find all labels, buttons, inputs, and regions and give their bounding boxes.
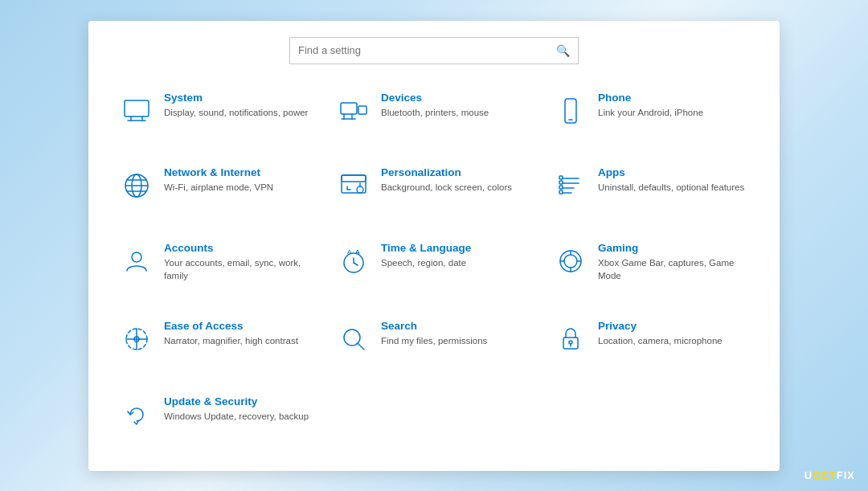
network-title: Network & Internet xyxy=(164,166,273,178)
time-desc: Speech, region, date xyxy=(381,256,471,269)
search-input[interactable] xyxy=(298,44,556,56)
svg-rect-27 xyxy=(559,190,563,194)
svg-text:A: A xyxy=(347,248,352,256)
time-text: Time & Language Speech, region, date xyxy=(381,242,471,269)
setting-item-apps[interactable]: Apps Uninstall, defaults, optional featu… xyxy=(547,158,755,226)
search-title: Search xyxy=(381,320,487,332)
devices-text: Devices Bluetooth, printers, mouse xyxy=(381,92,489,119)
svg-rect-26 xyxy=(559,186,563,189)
accounts-icon xyxy=(119,243,154,279)
apps-text: Apps Uninstall, defaults, optional featu… xyxy=(598,166,744,194)
setting-item-personalization[interactable]: Personalization Background, lock screen,… xyxy=(330,158,538,226)
settings-window: 🔍 System Display, sound, notifications, … xyxy=(88,21,780,471)
accounts-text: Accounts Your accounts, email, sync, wor… xyxy=(164,242,315,282)
phone-icon xyxy=(553,93,588,129)
apps-title: Apps xyxy=(598,166,744,178)
search-icon xyxy=(336,321,371,357)
svg-rect-4 xyxy=(341,103,357,114)
svg-point-35 xyxy=(564,255,577,268)
system-title: System xyxy=(164,92,308,104)
personalization-title: Personalization xyxy=(381,166,512,178)
ease-text: Ease of Access Narrator, magnifier, high… xyxy=(164,320,298,347)
network-icon xyxy=(119,168,154,203)
setting-item-search[interactable]: Search Find my files, permissions xyxy=(330,312,538,379)
watermark-fix: FIX xyxy=(837,469,855,481)
ease-icon xyxy=(119,321,154,357)
setting-item-privacy[interactable]: Privacy Location, camera, microphone xyxy=(547,312,755,379)
system-text: System Display, sound, notifications, po… xyxy=(164,92,308,119)
accounts-desc: Your accounts, email, sync, work, family xyxy=(164,256,315,282)
devices-title: Devices xyxy=(381,92,489,104)
watermark-u: U xyxy=(805,469,813,481)
svg-rect-17 xyxy=(342,175,366,182)
svg-point-18 xyxy=(357,186,363,193)
apps-icon xyxy=(553,168,588,203)
update-text: Update & Security Windows Update, recove… xyxy=(164,395,309,423)
watermark-get: GET xyxy=(813,469,837,481)
setting-item-accounts[interactable]: Accounts Your accounts, email, sync, wor… xyxy=(113,234,321,305)
svg-line-45 xyxy=(358,343,364,350)
devices-icon xyxy=(336,93,371,129)
svg-rect-5 xyxy=(358,106,366,114)
gaming-icon xyxy=(553,243,588,279)
svg-point-28 xyxy=(132,252,141,262)
setting-item-network[interactable]: Network & Internet Wi-Fi, airplane mode,… xyxy=(113,158,321,226)
ease-desc: Narrator, magnifier, high contrast xyxy=(164,334,298,347)
personalization-icon xyxy=(336,168,371,203)
svg-rect-16 xyxy=(342,175,366,193)
update-desc: Windows Update, recovery, backup xyxy=(164,410,309,423)
privacy-title: Privacy xyxy=(598,320,723,332)
setting-item-devices[interactable]: Devices Bluetooth, printers, mouse xyxy=(330,84,538,151)
setting-item-gaming[interactable]: Gaming Xbox Game Bar, captures, Game Mod… xyxy=(547,234,755,305)
phone-title: Phone xyxy=(598,92,703,104)
ease-title: Ease of Access xyxy=(164,320,298,332)
phone-text: Phone Link your Android, iPhone xyxy=(598,92,703,119)
privacy-desc: Location, camera, microphone xyxy=(598,334,723,347)
svg-line-31 xyxy=(354,263,358,265)
setting-item-phone[interactable]: Phone Link your Android, iPhone xyxy=(547,84,755,151)
svg-rect-24 xyxy=(559,176,563,179)
search-icon: 🔍 xyxy=(556,44,570,57)
devices-desc: Bluetooth, printers, mouse xyxy=(381,106,489,119)
update-title: Update & Security xyxy=(164,395,309,407)
search-desc: Find my files, permissions xyxy=(381,334,487,347)
search-bar[interactable]: 🔍 xyxy=(289,37,579,64)
privacy-icon xyxy=(553,321,588,357)
svg-text:A: A xyxy=(355,248,360,256)
settings-grid: System Display, sound, notifications, po… xyxy=(113,84,755,455)
network-desc: Wi-Fi, airplane mode, VPN xyxy=(164,181,273,194)
setting-item-system[interactable]: System Display, sound, notifications, po… xyxy=(113,84,321,151)
phone-desc: Link your Android, iPhone xyxy=(598,106,703,119)
personalization-desc: Background, lock screen, colors xyxy=(381,181,512,194)
svg-rect-46 xyxy=(563,338,578,349)
setting-item-update[interactable]: Update & Security Windows Update, recove… xyxy=(113,387,321,455)
accounts-title: Accounts xyxy=(164,242,315,254)
svg-rect-0 xyxy=(125,100,149,117)
gaming-text: Gaming Xbox Game Bar, captures, Game Mod… xyxy=(598,242,749,282)
setting-item-ease[interactable]: Ease of Access Narrator, magnifier, high… xyxy=(113,312,321,379)
time-icon: AA xyxy=(336,243,371,279)
network-text: Network & Internet Wi-Fi, airplane mode,… xyxy=(164,166,273,194)
svg-rect-25 xyxy=(559,181,563,184)
gaming-title: Gaming xyxy=(598,242,749,254)
search-container: 🔍 xyxy=(113,37,755,64)
watermark: UGETFIX xyxy=(805,469,855,481)
system-icon xyxy=(119,93,154,129)
gaming-desc: Xbox Game Bar, captures, Game Mode xyxy=(598,256,749,282)
time-title: Time & Language xyxy=(381,242,471,254)
setting-item-time[interactable]: AA Time & Language Speech, region, date xyxy=(330,234,538,305)
search-text: Search Find my files, permissions xyxy=(381,320,487,347)
privacy-text: Privacy Location, camera, microphone xyxy=(598,320,723,347)
personalization-text: Personalization Background, lock screen,… xyxy=(381,166,512,194)
apps-desc: Uninstall, defaults, optional features xyxy=(598,181,744,194)
update-icon xyxy=(119,397,154,432)
system-desc: Display, sound, notifications, power xyxy=(164,106,308,119)
